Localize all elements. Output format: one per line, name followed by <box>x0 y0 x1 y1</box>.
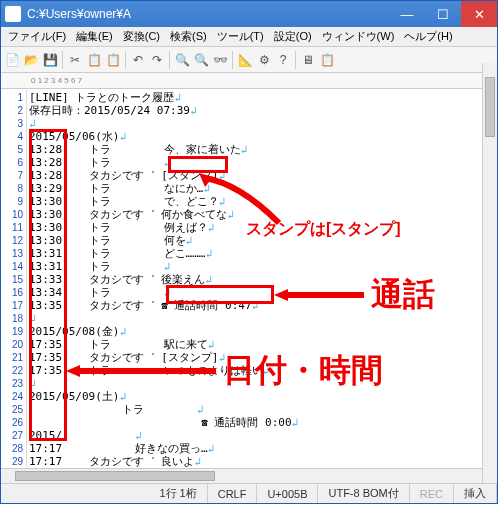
maximize-button[interactable]: ☐ <box>425 1 461 27</box>
minimize-button[interactable]: — <box>389 1 425 27</box>
titlebar: C:¥Users¥owner¥A — ☐ ✕ <box>1 1 497 27</box>
window-title: C:¥Users¥owner¥A <box>25 7 389 21</box>
scrollbar-thumb[interactable] <box>485 77 495 137</box>
menu-item[interactable]: 検索(S) <box>165 27 212 46</box>
toolbar-icon[interactable]: 🔍 <box>173 51 191 69</box>
toolbar-icon[interactable]: 📐 <box>236 51 254 69</box>
toolbar-icon[interactable]: ✂ <box>66 51 84 69</box>
toolbar-icon[interactable]: 📄 <box>3 51 21 69</box>
status-eol: CRLF <box>208 484 258 503</box>
toolbar-icon[interactable]: 📂 <box>22 51 40 69</box>
menu-item[interactable]: ウィンドウ(W) <box>317 27 400 46</box>
toolbar-icon[interactable]: 👓 <box>211 51 229 69</box>
toolbar-icon[interactable]: ↶ <box>129 51 147 69</box>
menu-item[interactable]: 編集(E) <box>71 27 118 46</box>
status-encoding: UTF-8 BOM付 <box>318 484 409 503</box>
toolbar: 📄📂💾✂📋📋↶↷🔍🔍👓📐⚙?🖥📋 <box>1 47 497 73</box>
menu-item[interactable]: ツール(T) <box>212 27 269 46</box>
annotation-label-stamp: スタンプは[スタンプ] <box>246 219 401 240</box>
toolbar-icon[interactable]: 📋 <box>85 51 103 69</box>
vertical-scrollbar[interactable] <box>482 63 497 483</box>
scrollbar-thumb[interactable] <box>15 471 215 481</box>
toolbar-separator <box>232 51 233 69</box>
menu-item[interactable]: 設定(O) <box>269 27 317 46</box>
close-button[interactable]: ✕ <box>461 1 497 27</box>
status-charcode: U+005B <box>257 484 318 503</box>
line-number-gutter: 1234567891011121314151617181920212223242… <box>1 89 27 479</box>
toolbar-icon[interactable]: 📋 <box>318 51 336 69</box>
menu-item[interactable]: 変換(C) <box>118 27 165 46</box>
toolbar-icon[interactable]: 🔍 <box>192 51 210 69</box>
toolbar-icon[interactable]: ? <box>274 51 292 69</box>
toolbar-separator <box>125 51 126 69</box>
menubar: ファイル(F)編集(E)変換(C)検索(S)ツール(T)設定(O)ウィンドウ(W… <box>1 27 497 47</box>
toolbar-icon[interactable]: 📋 <box>104 51 122 69</box>
menu-item[interactable]: ヘルプ(H) <box>399 27 457 46</box>
statusbar: 1行 1桁 CRLF U+005B UTF-8 BOM付 REC 挿入 <box>1 483 497 503</box>
toolbar-icon[interactable]: ⚙ <box>255 51 273 69</box>
toolbar-icon[interactable]: 🖥 <box>299 51 317 69</box>
toolbar-separator <box>169 51 170 69</box>
ruler: 0 1 2 3 4 5 6 7 <box>1 73 497 89</box>
horizontal-scrollbar[interactable] <box>1 468 482 483</box>
status-position: 1行 1桁 <box>149 484 207 503</box>
toolbar-separator <box>295 51 296 69</box>
toolbar-icon[interactable]: 💾 <box>41 51 59 69</box>
toolbar-separator <box>62 51 63 69</box>
annotation-label-call: 通話 <box>371 273 435 317</box>
menu-item[interactable]: ファイル(F) <box>3 27 71 46</box>
status-insert: 挿入 <box>454 484 497 503</box>
annotation-label-date: 日付・時間 <box>223 349 383 393</box>
status-rec: REC <box>410 484 454 503</box>
toolbar-icon[interactable]: ↷ <box>148 51 166 69</box>
app-icon <box>5 6 21 22</box>
